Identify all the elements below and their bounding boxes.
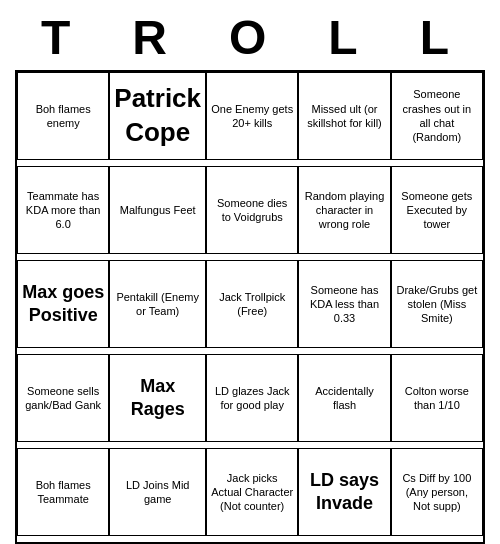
cell-4-2: Jack picks Actual Character (Not counter… bbox=[206, 448, 298, 536]
title-letter-l2: L bbox=[420, 10, 459, 65]
cell-2-0: Max goes Positive bbox=[17, 260, 109, 348]
cell-1-3: Random playing character in wrong role bbox=[298, 166, 390, 254]
cell-4-0: Boh flames Teammate bbox=[17, 448, 109, 536]
cell-3-4: Colton worse than 1/10 bbox=[391, 354, 483, 442]
cell-0-1: Patrick Cope bbox=[109, 72, 206, 160]
cell-3-2: LD glazes Jack for good play bbox=[206, 354, 298, 442]
cell-4-4: Cs Diff by 100 (Any person, Not supp) bbox=[391, 448, 483, 536]
cell-0-2: One Enemy gets 20+ kills bbox=[206, 72, 298, 160]
cell-3-1: Max Rages bbox=[109, 354, 206, 442]
cell-0-4: Someone crashes out in all chat (Random) bbox=[391, 72, 483, 160]
bingo-title: T R O L L bbox=[15, 0, 485, 70]
cell-2-1: Pentakill (Enemy or Team) bbox=[109, 260, 206, 348]
cell-3-3: Accidentally flash bbox=[298, 354, 390, 442]
cell-1-0: Teammate has KDA more than 6.0 bbox=[17, 166, 109, 254]
cell-1-4: Someone gets Executed by tower bbox=[391, 166, 483, 254]
cell-2-3: Someone has KDA less than 0.33 bbox=[298, 260, 390, 348]
cell-2-2: Jack Trollpick (Free) bbox=[206, 260, 298, 348]
cell-4-1: LD Joins Mid game bbox=[109, 448, 206, 536]
cell-2-4: Drake/Grubs get stolen (Miss Smite) bbox=[391, 260, 483, 348]
title-letter-r: R bbox=[132, 10, 177, 65]
cell-1-1: Malfungus Feet bbox=[109, 166, 206, 254]
cell-0-0: Boh flames enemy bbox=[17, 72, 109, 160]
title-letter-l1: L bbox=[328, 10, 367, 65]
bingo-grid: Boh flames enemyPatrick CopeOne Enemy ge… bbox=[15, 70, 485, 544]
cell-3-0: Someone sells gank/Bad Gank bbox=[17, 354, 109, 442]
cell-0-3: Missed ult (or skillshot for kill) bbox=[298, 72, 390, 160]
cell-4-3: LD says Invade bbox=[298, 448, 390, 536]
title-letter-t: T bbox=[41, 10, 80, 65]
title-letter-o: O bbox=[229, 10, 276, 65]
cell-1-2: Someone dies to Voidgrubs bbox=[206, 166, 298, 254]
